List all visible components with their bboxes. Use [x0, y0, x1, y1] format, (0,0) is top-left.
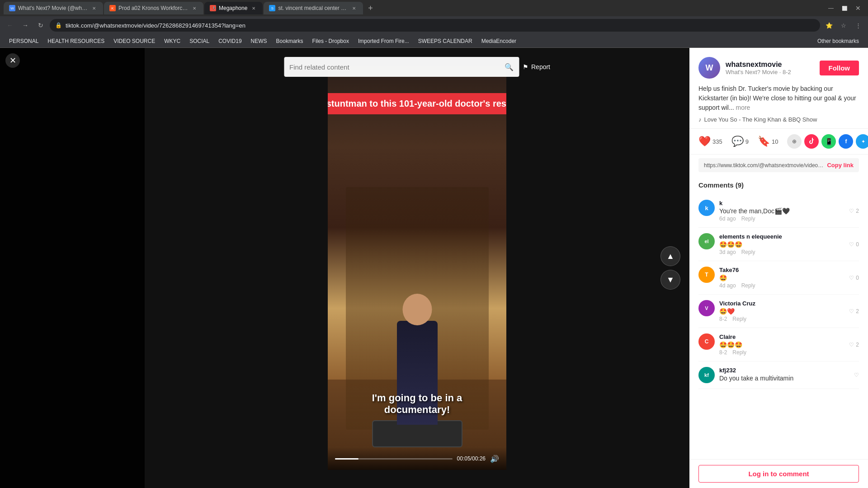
like-icon-4[interactable]: ♡ — [849, 308, 854, 314]
video-description: Help us finish Dr. Tucker's movie by bac… — [698, 84, 859, 113]
bookmark-star-icon[interactable]: ☆ — [837, 19, 850, 32]
reply-button-3[interactable]: Reply — [741, 282, 755, 289]
search-input[interactable] — [289, 63, 501, 71]
bookmark-wkyc[interactable]: WKYC — [160, 36, 184, 46]
follow-button[interactable]: Follow — [820, 61, 859, 75]
video-controls: 00:05/00:26 🔊 — [328, 447, 506, 470]
comment-time-3: 4d ago — [719, 282, 736, 289]
forward-button[interactable]: → — [19, 19, 32, 32]
comment-time-4: 8-2 — [719, 316, 727, 322]
settings-icon[interactable]: ⋮ — [852, 19, 864, 32]
like-icon-3[interactable]: ♡ — [849, 275, 854, 281]
browser-chrome: W What's Next? Movie (@wha... ✕ K Prod a… — [0, 0, 868, 48]
tab-megaphone[interactable]: 📣 Megaphone ✕ — [204, 2, 263, 14]
minimize-button[interactable]: — — [825, 2, 837, 14]
bookmark-media-encoder[interactable]: MediaEncoder — [478, 36, 520, 46]
close-browser-button[interactable]: ✕ — [852, 2, 864, 14]
comment-like-6: ♡ — [854, 367, 859, 383]
action-bar: ❤️ 335 💬 9 🔖 10 ⊕ 📱 — [689, 129, 868, 155]
music-icon: ♪ — [698, 116, 702, 123]
bookmark-health[interactable]: HEALTH RESOURCES — [44, 36, 108, 46]
comment-text-3: 🤩 — [719, 274, 844, 282]
flag-icon: ⚑ — [523, 63, 528, 70]
search-icon[interactable]: 🔍 — [505, 63, 514, 71]
extensions-icon[interactable]: ⭐ — [823, 19, 835, 32]
report-button[interactable]: ⚑ Report — [523, 63, 550, 70]
tiktok-share-button[interactable] — [804, 134, 819, 149]
tab-close-4[interactable]: ✕ — [350, 5, 358, 12]
user-meta: What's Next? Movie · 8-2 — [726, 69, 814, 75]
comment-action[interactable]: 💬 9 — [731, 136, 749, 147]
reply-button-4[interactable]: Reply — [732, 316, 746, 322]
bookmark-dropbox[interactable]: Files - Dropbox — [309, 36, 353, 46]
back-button[interactable]: ← — [4, 19, 16, 32]
comment-body-2: elements n elequeenie 🤩🤩🤩 3d ago Reply — [719, 233, 844, 255]
nav-icons-group: ⭐ ☆ ⋮ — [823, 19, 864, 32]
bookmark-video-source[interactable]: VIDEO SOURCE — [110, 36, 159, 46]
facebook-share-button[interactable]: f — [839, 134, 853, 149]
comments-count: 9 — [745, 138, 749, 145]
bookmark-covid[interactable]: COVID19 — [215, 36, 245, 46]
embed-share-button[interactable]: ⊕ — [787, 134, 802, 149]
reply-button-1[interactable]: Reply — [741, 216, 755, 222]
maximize-button[interactable]: ⬜ — [838, 2, 851, 14]
tab-close-2[interactable]: ✕ — [191, 5, 198, 12]
comment-username-3: Take76 — [719, 267, 844, 273]
comment-like-3: ♡ 0 — [849, 267, 859, 289]
like-icon-1[interactable]: ♡ — [849, 208, 854, 214]
comment-username-4: Victoria Cruz — [719, 300, 844, 307]
url-text: tiktok.com/@whatsnextmovie/video/7262868… — [66, 22, 815, 29]
prev-video-button[interactable]: ▲ — [660, 246, 680, 266]
copy-link-button[interactable]: Copy link — [827, 162, 854, 169]
more-link[interactable]: more — [736, 104, 750, 111]
bookmark-personal[interactable]: PERSONAL — [5, 36, 42, 46]
reply-button-5[interactable]: Reply — [732, 349, 746, 356]
bookmark-label-bookmarks: Bookmarks — [276, 38, 303, 44]
twitter-share-button[interactable]: ✦ — [856, 134, 868, 149]
navigation-bar: ← → ↻ 🔒 tiktok.com/@whatsnextmovie/video… — [0, 16, 868, 34]
like-action[interactable]: ❤️ 335 — [698, 136, 722, 147]
tab-whats-next[interactable]: W What's Next? Movie (@wha... ✕ — [4, 2, 103, 14]
bookmark-news[interactable]: NEWS — [247, 36, 271, 46]
log-in-to-comment-button[interactable]: Log in to comment — [698, 465, 859, 483]
new-tab-button[interactable]: + — [364, 2, 377, 14]
address-bar[interactable]: 🔒 tiktok.com/@whatsnextmovie/video/72628… — [50, 19, 820, 32]
tab-bar: W What's Next? Movie (@wha... ✕ K Prod a… — [0, 0, 868, 16]
bookmark-action[interactable]: 🔖 10 — [758, 136, 778, 147]
bookmark-label-dropbox: Files - Dropbox — [312, 38, 349, 44]
progress-bar[interactable] — [335, 458, 453, 460]
left-dark-panel: ✕ — [0, 48, 145, 488]
reply-button-2[interactable]: Reply — [741, 249, 755, 255]
tab-kronos[interactable]: K Prod a02 Kronos Workforce Cer... ✕ — [104, 2, 203, 14]
comment-text-1: You're the man,Doc🎬🖤 — [719, 207, 844, 215]
video-section[interactable]: 🔍 ⚑ Report — [145, 48, 689, 488]
log-in-bar: Log in to comment — [689, 459, 868, 488]
close-button[interactable]: ✕ — [5, 53, 20, 68]
like-icon-6[interactable]: ♡ — [854, 372, 859, 378]
volume-button[interactable]: 🔊 — [490, 455, 499, 463]
bookmark-imported[interactable]: Imported From Fire... — [354, 36, 413, 46]
reload-button[interactable]: ↻ — [34, 19, 47, 32]
tab-close-1[interactable]: ✕ — [90, 5, 98, 12]
bookmark-sweeps[interactable]: SWEEPS CALENDAR — [415, 36, 476, 46]
like-icon-5[interactable]: ♡ — [849, 342, 854, 348]
whatsapp-icon: 📱 — [825, 138, 833, 145]
comment-body-6: kfj232 Do you take a multivitamin — [719, 367, 849, 383]
bookmark-label-other: Other bookmarks — [817, 38, 859, 44]
bookmark-bookmarks[interactable]: Bookmarks — [273, 36, 307, 46]
comment-icon: 💬 — [731, 136, 744, 147]
tab-close-3[interactable]: ✕ — [250, 5, 257, 12]
whatsapp-share-button[interactable]: 📱 — [821, 134, 836, 149]
bookmark-social[interactable]: SOCIAL — [186, 36, 213, 46]
bookmark-label-personal: PERSONAL — [9, 38, 38, 44]
right-sidebar: W whatsnextmovie What's Next? Movie · 8-… — [689, 48, 868, 488]
comment-avatar-1: k — [698, 200, 715, 216]
tab-st-vincent[interactable]: S st. vincent medical center clevel... ✕ — [264, 2, 363, 14]
next-video-button[interactable]: ▼ — [660, 270, 680, 290]
bookmark-other[interactable]: Other bookmarks — [814, 36, 863, 46]
comment-item: C Claire 🤩🤩🤩 8-2 Reply ♡ 2 — [698, 328, 859, 361]
video-container[interactable]: Add stuntman to this 101-year-old doctor… — [328, 66, 506, 470]
comment-avatar-3: T — [698, 267, 715, 283]
music-info: ♪ Love You So - The King Khan & BBQ Show — [698, 116, 859, 123]
like-icon-2[interactable]: ♡ — [849, 241, 854, 248]
